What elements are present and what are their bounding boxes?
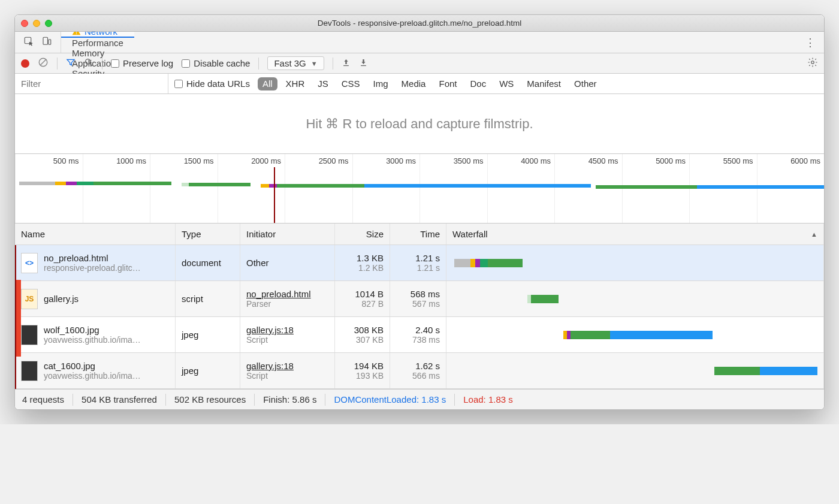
svg-rect-4 — [76, 34, 77, 34]
col-size[interactable]: Size — [335, 224, 390, 245]
status-bar: 4 requests 504 KB transferred 502 KB res… — [15, 389, 824, 409]
devtools-window: DevTools - responsive-preload.glitch.me/… — [14, 14, 825, 410]
initiator-link[interactable]: no_preload.html — [246, 289, 328, 299]
throttle-select[interactable]: Fast 3G▼ — [267, 56, 324, 70]
col-waterfall[interactable]: Waterfall▲ — [446, 224, 824, 245]
tab-performance[interactable]: Performance — [61, 38, 134, 48]
status-load: Load: 1.83 s — [463, 394, 513, 405]
filter-icon[interactable] — [66, 58, 76, 69]
network-toolbar: Preserve log Disable cache Fast 3G▼ — [15, 53, 824, 74]
settings-icon[interactable] — [807, 57, 818, 70]
col-time[interactable]: Time — [390, 224, 446, 245]
disable-cache-checkbox[interactable]: Disable cache — [182, 58, 250, 68]
filter-type-media[interactable]: Media — [397, 77, 431, 90]
status-finish: Finish: 5.86 s — [263, 394, 316, 405]
window-title: DevTools - responsive-preload.glitch.me/… — [15, 19, 824, 28]
filter-type-all[interactable]: All — [258, 77, 277, 90]
load-line — [15, 245, 16, 389]
svg-line-6 — [40, 59, 47, 66]
waterfall-cell — [452, 249, 817, 277]
initiator-link[interactable]: gallery.js:18 — [246, 361, 328, 371]
device-toolbar-icon[interactable] — [41, 36, 52, 49]
traffic-lights — [21, 20, 52, 27]
waterfall-cell — [452, 321, 817, 349]
col-name[interactable]: Name — [15, 224, 176, 245]
col-type[interactable]: Type — [176, 224, 240, 245]
svg-line-8 — [90, 64, 92, 66]
inspect-controls — [15, 32, 61, 53]
table-row[interactable]: wolf_1600.jpgyoavweiss.github.io/ima…jpe… — [15, 317, 824, 353]
more-menu-icon[interactable]: ⋮ — [796, 36, 824, 49]
clear-button[interactable] — [38, 57, 49, 70]
filter-type-js[interactable]: JS — [313, 77, 333, 90]
waterfall-cell — [452, 357, 817, 385]
waterfall-cell — [452, 285, 817, 313]
status-requests: 4 requests — [22, 394, 64, 405]
file-icon — [21, 325, 38, 345]
svg-point-11 — [811, 61, 814, 64]
filter-type-css[interactable]: CSS — [337, 77, 365, 90]
upload-har-icon[interactable] — [342, 58, 351, 69]
filter-type-img[interactable]: Img — [369, 77, 393, 90]
record-button[interactable] — [21, 59, 29, 68]
timeline-overview[interactable]: 500 ms1000 ms1500 ms2000 ms2500 ms3000 m… — [15, 154, 824, 224]
file-icon — [21, 361, 38, 381]
svg-rect-9 — [343, 65, 349, 65]
hide-data-urls-checkbox[interactable]: Hide data URLs — [174, 79, 250, 89]
filter-type-font[interactable]: Font — [434, 77, 461, 90]
filmstrip-hint: Hit ⌘ R to reload and capture filmstrip. — [15, 94, 824, 154]
filter-type-manifest[interactable]: Manifest — [522, 77, 566, 90]
panel-tabs: ElementsConsoleSourcesNetworkPerformance… — [15, 32, 824, 53]
status-resources: 502 KB resources — [174, 394, 246, 405]
sort-indicator-icon: ▲ — [811, 231, 817, 238]
svg-rect-2 — [49, 40, 51, 44]
file-icon: <> — [21, 253, 38, 273]
filter-type-ws[interactable]: WS — [494, 77, 518, 90]
inspect-element-icon[interactable] — [23, 36, 34, 49]
file-icon: JS — [21, 289, 38, 309]
load-marker — [274, 167, 275, 223]
svg-point-7 — [86, 59, 90, 64]
minimize-icon[interactable] — [33, 20, 40, 27]
initiator-link[interactable]: gallery.js:18 — [246, 325, 328, 335]
download-har-icon[interactable] — [359, 58, 368, 69]
chevron-down-icon: ▼ — [311, 60, 318, 67]
svg-rect-10 — [361, 65, 366, 65]
filter-bar: Hide data URLs AllXHRJSCSSImgMediaFontDo… — [15, 74, 824, 94]
col-initiator[interactable]: Initiator — [240, 224, 335, 245]
close-icon[interactable] — [21, 20, 28, 27]
table-header: Name Type Initiator Size Time Waterfall▲ — [15, 224, 824, 245]
status-dcl: DOMContentLoaded: 1.83 s — [334, 394, 446, 405]
status-transferred: 504 KB transferred — [82, 394, 157, 405]
filter-type-xhr[interactable]: XHR — [281, 77, 310, 90]
table-row[interactable]: cat_1600.jpgyoavweiss.github.io/ima…jpeg… — [15, 353, 824, 389]
request-table: Name Type Initiator Size Time Waterfall▲… — [15, 224, 824, 389]
table-row[interactable]: JSgallery.jsscriptno_preload.htmlParser1… — [15, 281, 824, 317]
tab-memory[interactable]: Memory — [61, 48, 134, 58]
filter-type-doc[interactable]: Doc — [465, 77, 491, 90]
search-icon[interactable] — [84, 58, 93, 69]
zoom-icon[interactable] — [45, 20, 52, 27]
svg-rect-1 — [43, 37, 48, 44]
titlebar: DevTools - responsive-preload.glitch.me/… — [15, 15, 824, 32]
table-row[interactable]: <>no_preload.htmlresponsive-preload.glit… — [15, 245, 824, 281]
filter-type-other[interactable]: Other — [569, 77, 602, 90]
preserve-log-checkbox[interactable]: Preserve log — [111, 58, 173, 68]
filter-input[interactable] — [15, 74, 168, 93]
